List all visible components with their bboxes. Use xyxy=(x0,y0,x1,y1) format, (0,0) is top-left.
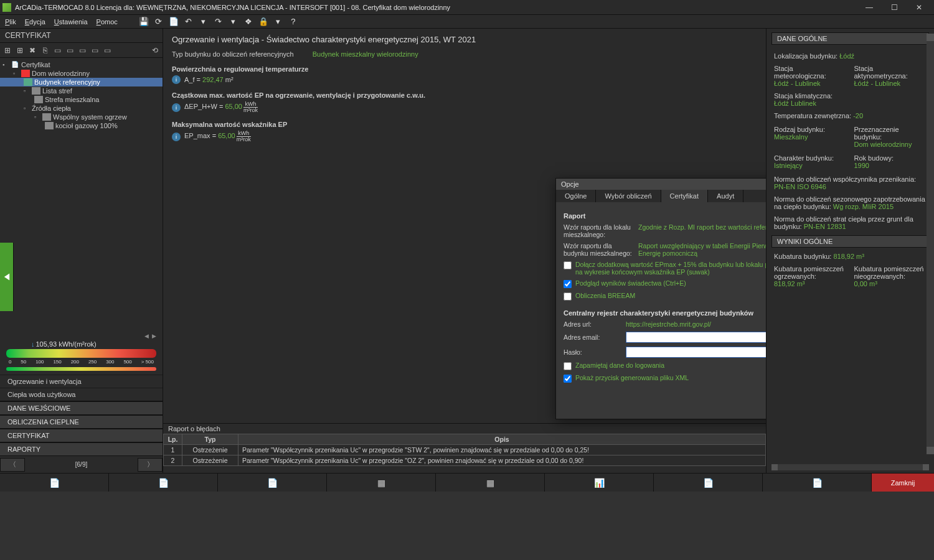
energy-scale: ◀ ▶ 105,93 kWh/(m²rok) 0 50 100 150 200 … xyxy=(0,329,163,375)
url-label: Adres url: xyxy=(564,320,620,328)
tab-audyt[interactable]: Audyt xyxy=(708,190,743,202)
scale-bar xyxy=(6,349,156,358)
info-icon[interactable]: i xyxy=(172,103,181,112)
lock-icon[interactable]: 🔒 xyxy=(258,17,268,27)
redo-dropdown-icon[interactable]: ▾ xyxy=(229,17,238,27)
undo-icon[interactable]: ↶ xyxy=(184,17,194,27)
scale-nav-left-icon[interactable]: ◀ xyxy=(144,333,149,339)
tool5-icon[interactable]: ▭ xyxy=(52,45,62,55)
email-label: Adres email: xyxy=(564,334,620,341)
chk-podglad-label[interactable]: Podgląd wyników świadectwa (Ctrl+E) xyxy=(575,279,686,287)
aktyn-label: Stacja aktynometryczna: xyxy=(854,65,927,80)
tab-ogolne[interactable]: Ogólne xyxy=(556,190,596,202)
bb-report1-icon[interactable]: 📄 xyxy=(0,474,109,492)
bottom-close-button[interactable]: Zamknij xyxy=(872,474,934,492)
scale-value: 105,93 kWh/(m²rok) xyxy=(31,340,156,348)
add-icon[interactable]: ⊞ xyxy=(2,45,12,55)
error-panel-title: Raport o błędach xyxy=(163,424,766,434)
nav-prev-button[interactable]: 〈 xyxy=(0,458,25,472)
bottom-toolbar: 📄 📄 📄 ▦ ▦ 📊 📄 📄 Zamknij xyxy=(0,473,934,492)
right-hscrollbar[interactable] xyxy=(771,464,929,470)
left-nav: 〈 [6/9] 〉 xyxy=(0,455,163,473)
lock-dropdown-icon[interactable]: ▾ xyxy=(273,17,283,27)
chk-xml-label[interactable]: Pokaż przycisk generowania pliku XML xyxy=(575,374,689,381)
bb-doc-icon[interactable]: 📄 xyxy=(654,474,763,492)
af-formula: A_f = 292,47 m² xyxy=(184,76,234,83)
section-cwu[interactable]: Ciepła woda użytkowa xyxy=(0,388,163,401)
tree-certyfikat[interactable]: ▪📄Certyfikat xyxy=(0,60,163,69)
tree-label: Wspólny system ogrzew xyxy=(53,113,127,121)
bb-table2-icon[interactable]: ▦ xyxy=(436,474,545,492)
menu-settings[interactable]: Ustawienia xyxy=(54,18,88,26)
chk-breeam[interactable] xyxy=(564,292,572,301)
tree-strefa[interactable]: Strefa mieszkalna xyxy=(0,95,163,104)
chk-zapamietaj-label[interactable]: Zapamiętaj dane do logowania xyxy=(575,362,664,369)
undo-dropdown-icon[interactable]: ▾ xyxy=(199,17,209,27)
ep-max-formula: EP_max = 65,00kWhm²rok xyxy=(184,131,251,142)
scale-nav-right-icon[interactable]: ▶ xyxy=(152,333,156,339)
aktyn-value: Łódź - Lublinek xyxy=(854,80,927,87)
chk-epmax15[interactable] xyxy=(564,261,572,269)
copy-icon[interactable]: ⎘ xyxy=(40,45,50,55)
section-raporty[interactable]: RAPORTY xyxy=(0,442,163,455)
info-icon[interactable]: i xyxy=(172,133,181,141)
tool7-icon[interactable]: ▭ xyxy=(77,45,87,55)
section-certyfikat[interactable]: CERTYFIKAT xyxy=(0,428,163,442)
minimize-button[interactable]: — xyxy=(857,0,882,15)
info-icon[interactable]: i xyxy=(172,75,181,84)
tool9-icon[interactable]: ▭ xyxy=(102,45,112,55)
char-label: Charakter budynku: xyxy=(774,154,847,162)
right-vscrollbar[interactable] xyxy=(927,34,934,454)
chk-xml[interactable] xyxy=(564,375,572,383)
przezn-label: Przeznaczenie budynku: xyxy=(854,126,927,141)
norma2-value: Wg rozp. MIiR 2015 xyxy=(833,203,894,210)
tree-kociol[interactable]: kocioł gazowy 100% xyxy=(0,121,163,130)
menu-file[interactable]: Plik xyxy=(5,18,16,26)
sync-icon[interactable]: ⟲ xyxy=(150,45,160,55)
window-title: ArCADia-TERMOCAD 8.0 Licencja dla: WEWNĘ… xyxy=(15,4,857,11)
tab-certyfikat[interactable]: Certyfikat xyxy=(661,190,708,202)
delete-icon[interactable]: ✖ xyxy=(27,45,37,55)
tool8-icon[interactable]: ▭ xyxy=(90,45,100,55)
tree-label: Dom wielorodzinny xyxy=(32,70,90,77)
tree-dom[interactable]: ▫Dom wielorodzinny xyxy=(0,69,163,78)
tab-wybor[interactable]: Wybór obliczeń xyxy=(596,190,661,202)
edge-tab-left[interactable] xyxy=(0,243,14,311)
tree-lista-stref[interactable]: ▫Lista stref xyxy=(0,86,163,95)
nav-next-button[interactable]: 〉 xyxy=(138,458,163,472)
help-icon[interactable]: ? xyxy=(288,17,298,27)
section-ogrzewanie[interactable]: Ogrzewanie i wentylacja xyxy=(0,375,163,388)
chk-breeam-label[interactable]: Obliczenia BREEAM xyxy=(575,292,635,299)
tree-budynek-ref[interactable]: Budynek referencyjny xyxy=(0,78,163,86)
wzor-budynku-label: Wzór raportu dla budynku mieszkalnego: xyxy=(564,242,632,257)
menu-edit[interactable]: Edycja xyxy=(25,18,45,26)
bb-report3-icon[interactable]: 📄 xyxy=(218,474,327,492)
close-button[interactable]: ✕ xyxy=(907,0,932,15)
section-obliczenia[interactable]: OBLICZENIA CIEPLNE xyxy=(0,414,163,428)
bb-report2-icon[interactable]: 📄 xyxy=(109,474,218,492)
menu-help[interactable]: Pomoc xyxy=(97,18,118,26)
error-row[interactable]: 1 Ostrzeżenie Parametr "Współczynnik prz… xyxy=(164,445,766,455)
layers-icon[interactable]: ❖ xyxy=(243,17,253,27)
rok-label: Rok budowy: xyxy=(854,154,927,162)
refresh-icon[interactable]: ⟳ xyxy=(154,17,164,27)
save-icon[interactable]: 💾 xyxy=(139,17,149,27)
tool6-icon[interactable]: ▭ xyxy=(65,45,75,55)
maximize-button[interactable]: ☐ xyxy=(882,0,907,15)
tree-label: Certyfikat xyxy=(21,61,50,68)
tree-zrodla[interactable]: ▫Źródła ciepła xyxy=(0,104,163,113)
redo-icon[interactable]: ↷ xyxy=(214,17,224,27)
error-panel: Raport o błędach Lp. Typ Opis 1 Ostrzeże… xyxy=(163,423,766,473)
bb-table1-icon[interactable]: ▦ xyxy=(327,474,436,492)
add2-icon[interactable]: ⊞ xyxy=(15,45,25,55)
document-icon[interactable]: 📄 xyxy=(169,17,179,27)
tree-wspolny[interactable]: ▫Wspólny system ogrzew xyxy=(0,113,163,121)
th-lp: Lp. xyxy=(164,434,182,445)
chk-podglad[interactable] xyxy=(564,280,572,288)
chk-zapamietaj[interactable] xyxy=(564,362,572,370)
bb-chart-icon[interactable]: 📊 xyxy=(545,474,654,492)
section-dane-wejsciowe[interactable]: DANE WEJŚCIOWE xyxy=(0,401,163,414)
bb-doc2-icon[interactable]: 📄 xyxy=(763,474,872,492)
error-row[interactable]: 2 Ostrzeżenie Parametr "Współczynnik prz… xyxy=(164,455,766,466)
page-title: Ogrzewanie i wentylacja - Świadectwo cha… xyxy=(172,35,757,44)
